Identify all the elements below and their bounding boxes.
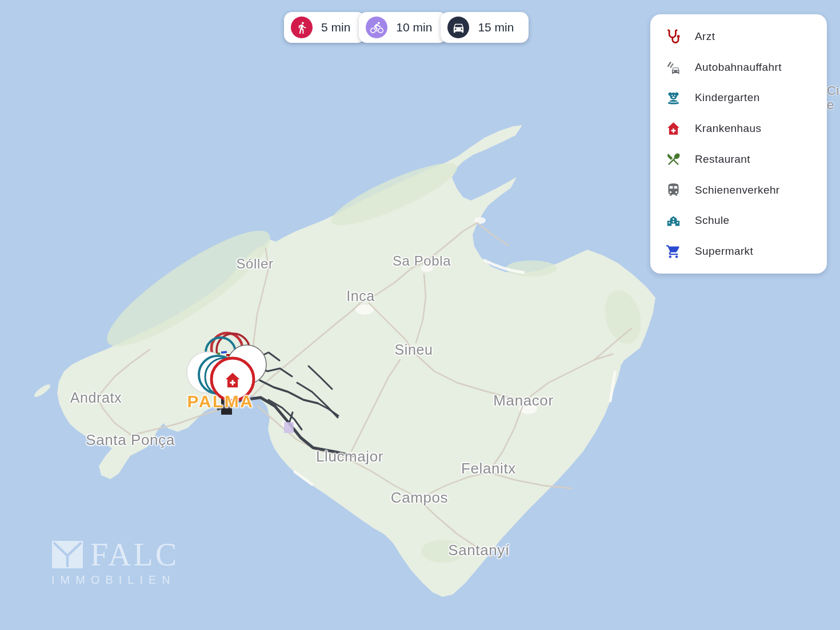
school-building-icon	[666, 213, 681, 228]
legend-item-label: Arzt	[695, 30, 715, 43]
legend-item-krankenhaus[interactable]: Krankenhaus	[650, 121, 827, 137]
travel-time-pill-walk[interactable]: 5 min	[284, 12, 365, 43]
bike-icon	[366, 17, 387, 38]
clipped-map-label: Ciu e	[827, 83, 840, 112]
legend-item-kindergarten[interactable]: Kindergarten	[650, 90, 827, 106]
property-marker[interactable]	[211, 358, 254, 400]
poi-legend: Arzt Autobahnauffahrt Kindergar	[650, 14, 827, 274]
highway-ramp-car-icon	[666, 59, 681, 75]
teddy-bear-icon	[666, 90, 681, 106]
watermark-subtitle: IMMOBILIEN	[51, 573, 179, 587]
legend-item-schule[interactable]: Schule	[650, 213, 827, 228]
falc-logo-icon	[51, 540, 83, 569]
hospital-house-icon	[666, 121, 681, 137]
legend-item-restaurant[interactable]: Restaurant	[650, 151, 827, 167]
legend-item-label: Schienenverkehr	[695, 184, 780, 196]
train-icon	[666, 182, 681, 198]
stethoscope-icon	[666, 29, 681, 44]
legend-item-label: Restaurant	[695, 153, 750, 166]
legend-item-supermarkt[interactable]: Supermarkt	[650, 244, 827, 259]
car-icon	[447, 17, 469, 38]
legend-item-autobahnauffahrt[interactable]: Autobahnauffahrt	[650, 59, 827, 75]
travel-time-pills: 5 min 10 min 15 min	[284, 12, 529, 43]
legend-item-schienenverkehr[interactable]: Schienenverkehr	[650, 182, 827, 198]
travel-time-value: 5 min	[321, 21, 350, 34]
travel-time-pill-car[interactable]: 15 min	[441, 12, 529, 43]
legend-item-label: Schule	[695, 214, 730, 227]
watermark-brand: FALC	[90, 540, 179, 569]
travel-time-value: 10 min	[396, 21, 432, 34]
legend-item-label: Krankenhaus	[695, 122, 761, 135]
urban-area-patch	[284, 422, 294, 433]
walk-icon	[291, 17, 313, 38]
shopping-cart-icon	[666, 244, 681, 259]
travel-time-pill-bike[interactable]: 10 min	[359, 12, 447, 43]
legend-item-label: Kindergarten	[695, 91, 760, 104]
falc-watermark: FALC IMMOBILIEN	[51, 540, 179, 587]
fork-knife-icon	[666, 151, 681, 167]
travel-time-value: 15 min	[478, 21, 514, 34]
legend-item-label: Supermarkt	[695, 245, 753, 258]
legend-item-arzt[interactable]: Arzt	[650, 29, 827, 44]
legend-item-label: Autobahnauffahrt	[695, 61, 782, 74]
